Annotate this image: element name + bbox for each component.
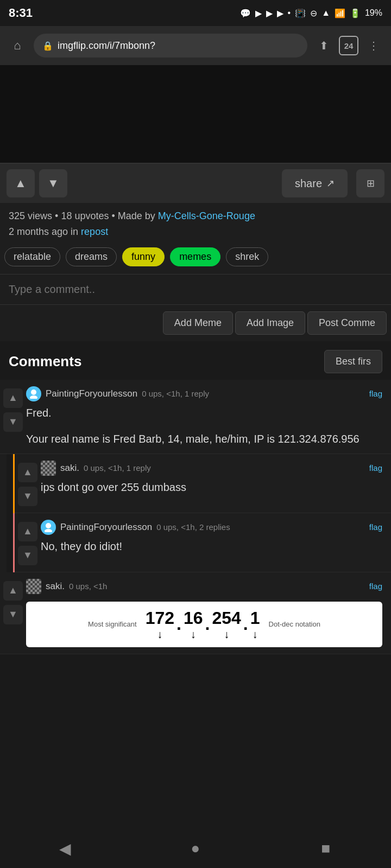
comment-input-area[interactable] [0,274,391,305]
comment-downvote-2[interactable]: ▼ [18,487,37,506]
address-bar[interactable]: 🔒 imgflip.com/i/7mbonn? [34,34,307,58]
post-comment-button[interactable]: Post Comme [307,311,387,335]
vibrate-icon: 📳 [295,8,306,18]
lock-icon: 🔒 [42,41,53,51]
comment-text-3: No, they do idiot! [41,538,382,554]
recents-button[interactable]: ■ [310,835,342,861]
username-3: PaintingForyourlesson [60,522,152,533]
comment-meta-row-4: saki. 0 ups, <1h flag [26,579,382,594]
comment-item: ▲ ▼ PaintingForyourlesson 0 ups, <1h, 1 … [0,380,391,454]
dot-dec-label: Dot-dec notation [269,620,320,628]
post-more-button[interactable]: ⊞ [356,169,384,197]
sort-button[interactable]: Best firs [324,350,382,373]
avatar-4 [26,579,41,594]
comments-title: Comments [9,353,81,370]
comment-stats-3: 0 ups, <1h, 2 replies [156,522,230,532]
notification-icon: 💬 [240,8,251,18]
home-nav-button[interactable]: ● [179,835,212,861]
status-icons: 💬 ▶ ▶ ▶ • 📳 ⊖ ▲ 📶 🔋 19% [240,8,382,18]
svg-point-1 [30,395,37,399]
comment-indent-2: ▲ ▼ saki. 0 ups, <1h, 1 reply flag ips d… [13,454,391,513]
upvote-button[interactable]: ▲ [7,169,35,197]
tag-shrek[interactable]: shrek [226,247,268,266]
comment-vote-col-4: ▲ ▼ [0,579,26,624]
comment-stats-1: 0 ups, <1h, 1 reply [142,389,209,398]
comment-text-1a: Fred. [26,405,382,421]
tags-row: relatable dreams funny memes shrek [0,242,391,274]
toolbar-actions: ⬆ 24 ⋮ [313,35,384,56]
comment-upvote-1[interactable]: ▲ [3,388,23,408]
comment-downvote-1[interactable]: ▼ [3,412,23,432]
status-bar: 8:31 💬 ▶ ▶ ▶ • 📳 ⊖ ▲ 📶 🔋 19% [0,0,391,26]
wifi-icon: ▲ [321,8,330,18]
time-ago: 2 months ago in [9,226,78,237]
more-button[interactable]: ⋮ [363,35,384,56]
flag-link-4[interactable]: flag [369,582,382,591]
tag-memes[interactable]: memes [170,247,220,266]
signal-icon: 📶 [335,8,345,18]
comment-downvote-3[interactable]: ▼ [18,546,37,565]
comment-stats-2: 0 ups, <1h, 1 reply [84,463,151,473]
add-image-button[interactable]: Add Image [235,311,305,335]
vote-share-bar: ▲ ▼ share ↗ ⊞ [0,164,391,203]
svg-point-0 [31,390,36,395]
upvote-icon: ▲ [15,176,27,190]
back-icon: ◀ [59,840,71,858]
ip-sep-3: . [243,614,248,634]
downvote-icon: ▼ [47,176,59,190]
recents-icon: ■ [321,840,331,857]
comment-reply-wrapper-2: ▲ ▼ saki. 0 ups, <1h, 1 reply flag ips d… [0,454,391,513]
username-2: saki. [60,463,79,474]
author-link[interactable]: My-Cells-Gone-Rouge [158,210,255,221]
flag-link-1[interactable]: flag [369,389,382,398]
ip-sep-2: . [205,614,210,634]
ad-section [0,65,391,163]
ip-num-4: 1 [250,608,260,628]
comment-body-4: saki. 0 ups, <1h flag Most significant 1… [26,579,387,647]
more-icon: ⋮ [368,39,379,52]
avatar-3 [41,520,56,535]
made-by-label: Made by [118,210,155,221]
share-post-button[interactable]: share ↗ [282,169,348,197]
tag-funny[interactable]: funny [122,247,165,266]
username-1: PaintingForyourlesson [46,388,137,399]
youtube-icon3: ▶ [277,8,283,18]
comment-stats-4: 0 ups, <1h [69,582,107,591]
comment-upvote-3[interactable]: ▲ [18,522,37,541]
views-count: 325 views [9,210,52,221]
back-button[interactable]: ◀ [49,835,81,861]
browser-toolbar: ⌂ 🔒 imgflip.com/i/7mbonn? ⬆ 24 ⋮ [0,26,391,65]
share-button[interactable]: ⬆ [313,35,335,56]
post-meta: 325 views • 18 upvotes • Made by My-Cell… [0,203,391,242]
url-text: imgflip.com/i/7mbonn? [58,40,155,52]
flag-link-3[interactable]: flag [369,522,382,532]
avatar-1 [26,386,41,401]
comment-upvote-2[interactable]: ▲ [18,463,37,482]
username-4: saki. [46,581,65,592]
channel-link[interactable]: repost [81,226,108,237]
comment-body-1: PaintingForyourlesson 0 ups, <1h, 1 repl… [26,386,387,447]
dnd-icon: ⊖ [310,8,317,18]
comment-actions: Add Meme Add Image Post Comme [0,305,391,341]
home-button[interactable]: ⌂ [7,35,28,56]
ip-num-2: 16 [184,608,203,628]
tab-count-button[interactable]: 24 [339,36,358,55]
add-meme-button[interactable]: Add Meme [163,311,233,335]
comment-meta-row-2: saki. 0 ups, <1h, 1 reply flag [41,461,382,476]
comment-body-3: PaintingForyourlesson 0 ups, <1h, 2 repl… [41,520,387,565]
comment-upvote-4[interactable]: ▲ [3,581,23,601]
downvote-button[interactable]: ▼ [39,169,67,197]
home-nav-icon: ● [191,840,200,857]
tag-dreams[interactable]: dreams [66,247,117,266]
tag-relatable[interactable]: relatable [4,247,60,266]
flag-link-2[interactable]: flag [369,463,382,473]
comment-input[interactable] [9,283,382,296]
avatar-2 [41,461,56,476]
ip-sep-1: . [176,614,181,634]
comment-downvote-4[interactable]: ▼ [3,605,23,624]
comment-meta-row-1: PaintingForyourlesson 0 ups, <1h, 1 repl… [26,386,382,401]
ip-num-3: 254 [212,608,241,628]
youtube-icon: ▶ [255,8,262,18]
ip-diagram: Most significant 172 ↓ . 16 ↓ . 254 ↓ . [26,602,382,647]
comment-meta-row-3: PaintingForyourlesson 0 ups, <1h, 2 repl… [41,520,382,535]
